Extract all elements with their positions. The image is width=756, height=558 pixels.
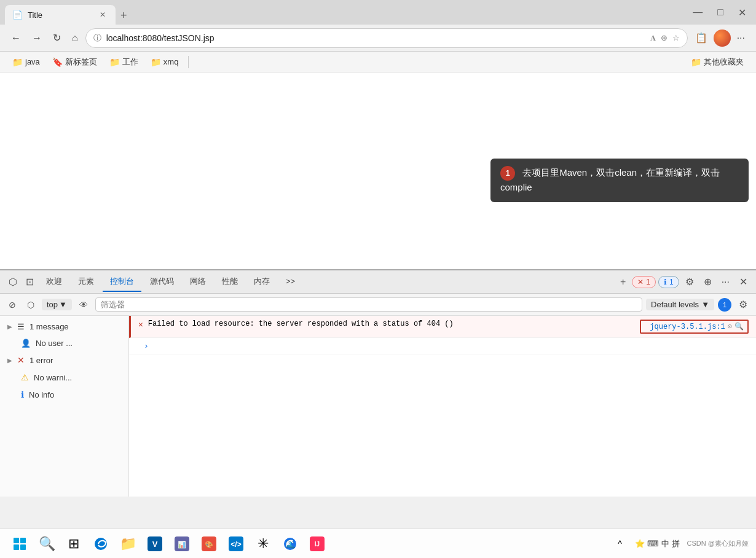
win-logo-tr: [20, 538, 26, 543]
tab-elements[interactable]: 元素: [71, 272, 101, 292]
callout-badge: 1: [500, 166, 515, 181]
link-icon2: 🔍: [734, 322, 744, 331]
devtools-sidebar: ▶ ☰ 1 message 👤 No user ... ▶ ✕ 1 error …: [0, 316, 129, 497]
sidebar-item-errors[interactable]: ▶ ✕ 1 error: [0, 352, 128, 369]
svg-text:IJ: IJ: [315, 541, 320, 548]
add-tab-button[interactable]: +: [616, 274, 629, 290]
context-selector[interactable]: top ▼: [42, 299, 72, 310]
svg-text:🎨: 🎨: [205, 540, 213, 549]
bookmark-work[interactable]: 📁 工作: [104, 55, 143, 69]
profile-avatar[interactable]: [714, 29, 731, 47]
tray-lang-py: 拼: [672, 538, 680, 549]
new-tab-button[interactable]: +: [116, 7, 132, 25]
bookmark-new-tab[interactable]: 🔖 新标签页: [47, 55, 102, 69]
address-security-icon: ⓘ: [93, 33, 101, 44]
more-button[interactable]: ···: [733, 30, 749, 46]
tab-memory[interactable]: 内存: [246, 272, 277, 292]
sidebar-item-info[interactable]: ℹ No info: [0, 386, 128, 403]
level-label: Default levels: [651, 300, 699, 309]
bookmark-java-label: java: [25, 57, 40, 66]
error-badge[interactable]: ✕ 1: [632, 276, 656, 288]
tab-performance[interactable]: 性能: [215, 272, 245, 292]
error-link[interactable]: jquery-3.5.1.js:1: [650, 323, 725, 331]
title-bar: 📄 Title ✕ + — □ ✕: [0, 0, 756, 25]
settings-button[interactable]: ⚙: [682, 273, 698, 290]
sidebar-errors-label: 1 error: [30, 356, 53, 365]
log-entry-content: Failed to load resource: the server resp…: [148, 320, 613, 328]
close-devtools-button[interactable]: ✕: [736, 273, 751, 290]
clear-console-button[interactable]: ⊘: [5, 298, 20, 312]
bookmark-java[interactable]: 📁 java: [7, 55, 45, 69]
console-settings-button[interactable]: ⚙: [735, 296, 751, 313]
bookmark-xmq-icon: 📁: [151, 57, 161, 67]
tab-console[interactable]: 控制台: [103, 272, 141, 292]
taskbar-intellij-button[interactable]: IJ: [305, 532, 329, 556]
taskbar-edge-button[interactable]: [89, 532, 113, 556]
browser-tab[interactable]: 📄 Title ✕: [5, 5, 116, 25]
win-logo-tl: [14, 538, 19, 543]
inspect-button[interactable]: ⊡: [22, 273, 37, 290]
warning-icon: ⚠: [21, 372, 29, 382]
tab-sources[interactable]: 源代码: [143, 272, 181, 292]
taskbar-app5-button[interactable]: ✳: [251, 532, 275, 556]
bookmark-newtab-label: 新标签页: [65, 57, 97, 68]
start-button[interactable]: [7, 532, 32, 556]
taskbar-app3-button[interactable]: 📊: [170, 532, 194, 556]
info-badge[interactable]: ℹ 1: [658, 276, 679, 288]
address-bar[interactable]: ⓘ localhost:8080/testJSON.jsp 𝐀 ⊕ ☆: [85, 28, 688, 48]
tab-close-button[interactable]: ✕: [97, 9, 108, 20]
tab-welcome[interactable]: 欢迎: [39, 272, 69, 292]
reload-button[interactable]: ↻: [49, 29, 65, 46]
svg-text:</>: </>: [230, 540, 241, 549]
back-button[interactable]: ←: [7, 30, 25, 46]
list-icon: ☰: [17, 322, 25, 331]
forward-button[interactable]: →: [28, 30, 45, 46]
console-info-count: 1: [718, 298, 731, 312]
tab-network[interactable]: 网络: [183, 272, 213, 292]
win-logo-bl: [14, 544, 19, 550]
home-button[interactable]: ⌂: [68, 30, 82, 46]
close-button[interactable]: ✕: [733, 4, 751, 21]
taskbar-app1-button[interactable]: 📁: [116, 532, 140, 556]
back-toolbar-button[interactable]: ⬡: [23, 298, 38, 312]
sidebar-item-warnings[interactable]: ⚠ No warni...: [0, 369, 128, 386]
screencast-button[interactable]: ⬡: [5, 273, 21, 290]
eye-button[interactable]: 👁: [76, 298, 92, 312]
sidebar-no-user-label: No user ...: [36, 339, 73, 348]
devtools-toolbar: ⊘ ⬡ top ▼ 👁 Default levels ▼ 1 ⚙: [0, 294, 756, 316]
maximize-button[interactable]: □: [712, 4, 728, 20]
level-selector[interactable]: Default levels ▼: [646, 299, 714, 310]
taskbar-vscode-button[interactable]: </>: [224, 532, 248, 556]
bookmark-xmq[interactable]: 📁 xmq: [146, 55, 184, 69]
expand-arrow[interactable]: ›: [144, 342, 149, 351]
devtools-tabs: ⬡ ⊡ 欢迎 元素 控制台 源代码 网络 性能 内存 >> + ✕ 1 ℹ 1 …: [0, 270, 756, 294]
filter-input[interactable]: [95, 297, 642, 312]
bookmark-others[interactable]: 📁 其他收藏夹: [686, 55, 749, 69]
app4-icon: 🎨: [202, 536, 216, 551]
bookmark-xmq-label: xmq: [163, 57, 179, 66]
collections-button[interactable]: 📋: [691, 29, 711, 46]
svg-text:🌊: 🌊: [285, 539, 296, 549]
tab-icon: 📄: [12, 10, 23, 20]
taskbar-app4-button[interactable]: 🎨: [197, 532, 221, 556]
watermark-text: CSDN @素心如月娅: [687, 539, 749, 548]
sidebar-item-messages[interactable]: ▶ ☰ 1 message: [0, 318, 128, 335]
taskbar-app2-button[interactable]: V: [143, 532, 167, 556]
search-button[interactable]: 🔍: [34, 532, 59, 556]
level-dropdown-icon: ▼: [701, 300, 709, 309]
tab-more[interactable]: >>: [278, 273, 302, 291]
device-toggle-button[interactable]: ⊕: [700, 273, 715, 290]
sidebar-item-no-user[interactable]: 👤 No user ...: [0, 335, 128, 352]
more-tools-button[interactable]: ···: [718, 274, 733, 290]
minimize-button[interactable]: —: [688, 4, 707, 20]
favorites-icon: ☆: [672, 33, 680, 42]
tab-title: Title: [28, 10, 92, 20]
nav-bar: ← → ↻ ⌂ ⓘ localhost:8080/testJSON.jsp 𝐀 …: [0, 25, 756, 52]
error-icon: ✕: [17, 355, 25, 365]
callout-tooltip: 1 去项目里Maven，双击clean，在重新编译，双击complie: [490, 159, 749, 202]
tray-up-arrow[interactable]: ^: [608, 532, 632, 556]
nav-actions: 📋 ···: [691, 29, 749, 47]
task-view-button[interactable]: ⊞: [61, 532, 86, 556]
address-text: localhost:8080/testJSON.jsp: [106, 33, 645, 43]
taskbar-browser-button[interactable]: 🌊: [278, 532, 302, 556]
